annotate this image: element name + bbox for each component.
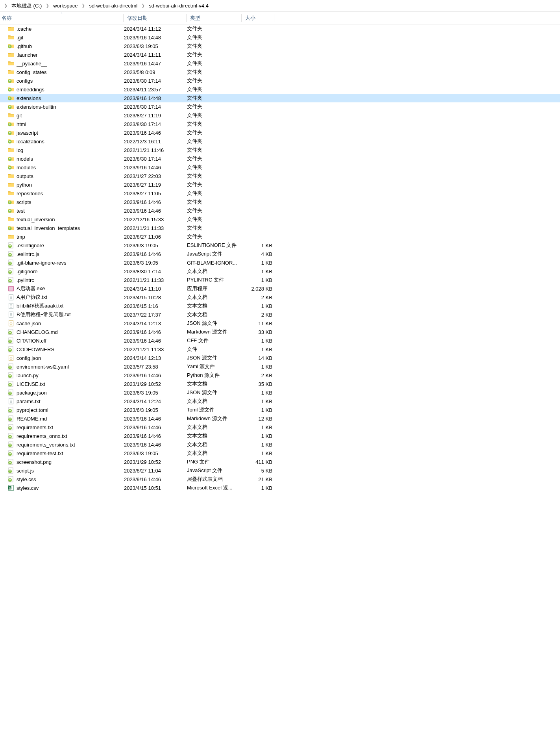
file-row[interactable]: CHANGELOG.md2023/9/16 14:46Markdown 源文件3… [0, 328, 560, 336]
file-row[interactable]: styles.csv2023/4/15 10:51Microsoft Excel… [0, 484, 560, 492]
file-name-cell: .git [0, 34, 124, 41]
file-row[interactable]: requirements.txt2023/9/16 14:46文本文档1 KB [0, 423, 560, 432]
file-type: 文件夹 [187, 190, 242, 197]
file-name-cell: requirements_versions.txt [0, 441, 124, 448]
file-row[interactable]: package.json2023/6/3 19:05JSON 源文件1 KB [0, 388, 560, 397]
file-row[interactable]: .git-blame-ignore-revs2023/6/3 19:05GIT-… [0, 258, 560, 267]
gitfile-icon [8, 424, 14, 430]
file-date: 2023/9/16 14:46 [124, 442, 187, 448]
file-row[interactable]: localizations2022/12/3 16:11文件夹 [0, 137, 560, 146]
column-header-name[interactable]: ˄ 名称 [0, 12, 124, 24]
column-header-size[interactable]: 大小 [242, 12, 275, 24]
file-row[interactable]: A用户协议.txt2023/4/15 10:28文本文档2 KB [0, 293, 560, 302]
file-type: JSON 源文件 [187, 354, 242, 361]
file-row[interactable]: script.js2023/8/27 11:04JavaScript 文件5 K… [0, 466, 560, 475]
file-row[interactable]: textual_inversion_templates2022/11/21 11… [0, 224, 560, 232]
file-name-cell: requirements-test.txt [0, 450, 124, 456]
file-row[interactable]: bilibili@秋葉aaaki.txt2023/6/15 1:16文本文档1 … [0, 302, 560, 310]
file-row[interactable]: tmp2023/8/27 11:06文件夹 [0, 232, 560, 241]
file-name: LICENSE.txt [17, 381, 45, 387]
file-row[interactable]: python2023/8/27 11:19文件夹 [0, 180, 560, 189]
file-name-cell: A用户协议.txt [0, 294, 124, 301]
file-type: 文件 [187, 346, 242, 353]
folder-icon [8, 52, 14, 58]
file-row[interactable]: .gitignore2023/8/30 17:14文本文档1 KB [0, 267, 560, 276]
breadcrumb[interactable]: ❯ 本地磁盘 (C:) ❯ workspace ❯ sd-webui-aki-d… [0, 0, 560, 12]
file-row[interactable]: javascript2023/9/16 14:46文件夹 [0, 128, 560, 137]
file-row[interactable]: requirements_onnx.txt2023/9/16 14:46文本文档… [0, 432, 560, 440]
file-name: pyproject.toml [17, 407, 48, 413]
file-type: 文件夹 [187, 95, 242, 102]
file-date: 2023/8/27 11:06 [124, 234, 187, 240]
file-row[interactable]: html2023/8/30 17:14文件夹 [0, 120, 560, 128]
folder-icon [8, 34, 14, 41]
file-row[interactable]: launch.py2023/9/16 14:46Python 源文件2 KB [0, 371, 560, 380]
chevron-right-icon: ❯ [2, 3, 10, 8]
exe-icon [8, 285, 14, 292]
file-size: 1 KB [242, 485, 275, 491]
breadcrumb-segment[interactable]: 本地磁盘 (C:) [10, 2, 43, 10]
file-row[interactable]: embeddings2023/4/11 23:57文件夹 [0, 85, 560, 94]
txt-icon [8, 303, 14, 309]
file-row[interactable]: .pylintrc2022/11/21 11:33PYLINTRC 文件1 KB [0, 276, 560, 284]
git-icon [8, 199, 14, 205]
file-row[interactable]: .cache2024/3/14 11:12文件夹 [0, 24, 560, 33]
file-type: 文件夹 [187, 181, 242, 188]
file-row[interactable]: .github2023/6/3 19:05文件夹 [0, 42, 560, 50]
file-row[interactable]: .eslintrc.js2023/9/16 14:46JavaScript 文件… [0, 250, 560, 258]
file-row[interactable]: models2023/8/30 17:14文件夹 [0, 154, 560, 163]
file-row[interactable]: .eslintignore2023/6/3 19:05ESLINTIGNORE … [0, 241, 560, 250]
file-row[interactable]: modules2023/9/16 14:46文件夹 [0, 163, 560, 172]
column-header-type[interactable]: 类型 [187, 12, 242, 24]
file-row[interactable]: config.json2024/3/14 12:13JSON 源文件14 KB [0, 354, 560, 362]
file-type: Yaml 源文件 [187, 363, 242, 370]
file-row[interactable]: config_states2023/5/8 0:09文件夹 [0, 68, 560, 76]
file-row[interactable]: requirements-test.txt2023/6/3 19:05文本文档1… [0, 449, 560, 458]
file-row[interactable]: environment-wsl2.yaml2023/5/7 23:58Yaml … [0, 362, 560, 371]
file-row[interactable]: repositories2023/8/27 11:05文件夹 [0, 189, 560, 198]
file-name: javascript [17, 130, 38, 136]
file-row[interactable]: requirements_versions.txt2023/9/16 14:46… [0, 440, 560, 449]
gitfile-icon [8, 389, 14, 396]
file-row[interactable]: README.md2023/9/16 14:46Markdown 源文件12 K… [0, 414, 560, 423]
file-name-cell: configs [0, 78, 124, 84]
breadcrumb-segment[interactable]: workspace [52, 2, 79, 9]
column-header-label: 名称 [2, 15, 12, 22]
file-row[interactable]: .launcher2024/3/14 11:11文件夹 [0, 50, 560, 59]
file-row[interactable]: extensions-builtin2023/8/30 17:14文件夹 [0, 102, 560, 111]
file-type: 文件夹 [187, 34, 242, 41]
file-date: 2023/9/16 14:48 [124, 95, 187, 101]
file-row[interactable]: test2023/9/16 14:46文件夹 [0, 206, 560, 215]
file-name-cell: requirements_onnx.txt [0, 433, 124, 439]
file-row[interactable]: pyproject.toml2023/6/3 19:05Toml 源文件1 KB [0, 406, 560, 414]
file-row[interactable]: log2022/11/21 11:46文件夹 [0, 146, 560, 154]
file-row[interactable]: .git2023/9/16 14:48文件夹 [0, 33, 560, 42]
file-row[interactable]: scripts2023/9/16 14:46文件夹 [0, 198, 560, 206]
file-name: test [17, 208, 25, 214]
file-row[interactable]: LICENSE.txt2023/1/29 10:52文本文档35 KB [0, 380, 560, 388]
file-row[interactable]: screenshot.png2023/1/29 10:52PNG 文件411 K… [0, 458, 560, 466]
folder-icon [8, 26, 14, 32]
file-row[interactable]: CITATION.cff2023/9/16 14:46CFF 文件1 KB [0, 336, 560, 345]
file-row[interactable]: B使用教程+常见问题.txt2023/7/22 17:37文本文档2 KB [0, 310, 560, 319]
file-type: 文本文档 [187, 424, 242, 431]
breadcrumb-segment[interactable]: sd-webui-aki-directml [87, 2, 139, 9]
file-name: .eslintignore [17, 243, 44, 248]
file-row[interactable]: CODEOWNERS2022/11/21 11:33文件1 KB [0, 345, 560, 354]
file-row[interactable]: configs2023/8/30 17:14文件夹 [0, 76, 560, 85]
breadcrumb-segment[interactable]: sd-webui-aki-directml-v4.4 [147, 2, 210, 9]
file-row[interactable]: __pycache__2023/9/16 14:47文件夹 [0, 59, 560, 68]
file-row[interactable]: A启动器.exe2024/3/14 11:10应用程序2,028 KB [0, 284, 560, 293]
file-row[interactable]: textual_inversion2022/12/16 15:33文件夹 [0, 215, 560, 224]
file-row[interactable]: style.css2023/9/16 14:46层叠样式表文档21 KB [0, 475, 560, 484]
file-date: 2023/9/16 14:46 [124, 130, 187, 136]
file-type: 文本文档 [187, 432, 242, 439]
file-row[interactable]: git2023/8/27 11:19文件夹 [0, 111, 560, 120]
file-row[interactable]: params.txt2024/3/14 12:24文本文档1 KB [0, 397, 560, 406]
file-row[interactable]: outputs2023/1/27 22:03文件夹 [0, 172, 560, 180]
file-name: log [17, 147, 23, 153]
file-date: 2022/12/16 15:33 [124, 217, 187, 222]
file-row[interactable]: cache.json2024/3/14 12:13JSON 源文件11 KB [0, 319, 560, 328]
column-header-date[interactable]: 修改日期 [124, 12, 187, 24]
file-row[interactable]: extensions2023/9/16 14:48文件夹 [0, 94, 560, 102]
